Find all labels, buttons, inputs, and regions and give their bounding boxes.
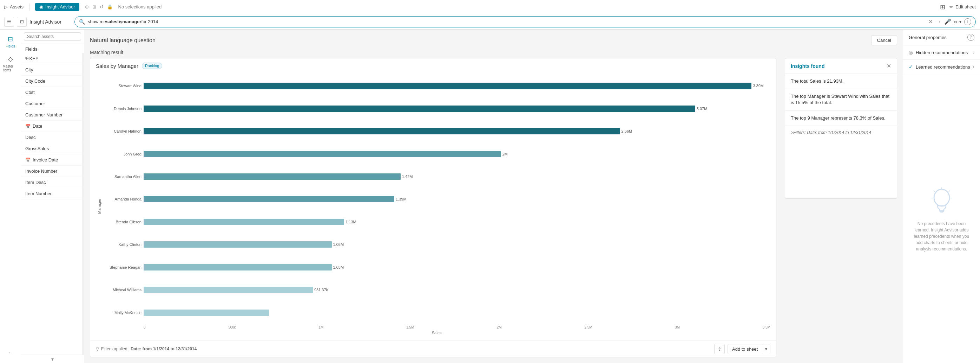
edit-sheet-button[interactable]: ✏ Edit sheet — [950, 4, 976, 10]
search-query-suffix: for 2014 — [142, 19, 158, 24]
sidebar-item-1[interactable]: City — [21, 64, 82, 76]
x-axis-tick-3: 1.5M — [406, 325, 414, 329]
sidebar-item-8[interactable]: GrossSales — [21, 143, 82, 154]
sidebar-item-label-10: Invoice Number — [25, 168, 57, 174]
sidebar-item-11[interactable]: Item Desc — [21, 177, 82, 188]
bar-fill-7 — [143, 241, 332, 248]
matching-result-label: Matching result — [90, 50, 897, 55]
edit-icon: ✏ — [950, 4, 953, 10]
bar-label-5: Amanda Honda — [103, 197, 142, 201]
bar-fill-9 — [143, 287, 313, 293]
sidebar-scrollbar[interactable] — [82, 53, 84, 355]
mic-icon[interactable]: 🎤 — [944, 18, 951, 25]
svg-point-0 — [934, 189, 950, 206]
add-to-sheet-button[interactable]: Add to sheet ▾ — [727, 344, 770, 354]
right-panel-content: No precedents have been learned. Insight… — [903, 74, 980, 363]
bar-chart-inner: Manager Stewart Wind3.39MDennis Johnson3… — [96, 75, 770, 338]
insight-item-3: The top 9 Manager represents 78.3% of Sa… — [785, 111, 897, 126]
clear-search-icon[interactable]: ✕ — [928, 18, 933, 25]
cancel-button[interactable]: Cancel — [871, 35, 897, 45]
bar-row-9: Micheal Williams931.37k — [103, 285, 770, 295]
sidebar-item-10[interactable]: Invoice Number — [21, 166, 82, 177]
bar-row-5: Amanda Honda1.39M — [103, 194, 770, 204]
share-button[interactable]: ⇧ — [714, 344, 725, 354]
content-main: Sales by Manager Ranking Manager Stewart… — [90, 58, 897, 357]
right-panel-info-button[interactable]: ? — [967, 34, 974, 41]
add-to-sheet-label[interactable]: Add to sheet — [728, 344, 762, 354]
sidebar: Fields %KEYCityCity CodeCostCustomerCust… — [21, 30, 84, 363]
sidebar-item-label-9: Invoice Date — [33, 157, 58, 163]
bar-row-8: Stephanie Reagan1.03M — [103, 262, 770, 272]
right-panel-desc: No precedents have been learned. Insight… — [910, 221, 973, 252]
fields-section-title: Fields — [21, 44, 84, 53]
x-axis-label: Sales — [103, 329, 770, 338]
bar-fill-0 — [143, 83, 751, 89]
sidebar-item-7[interactable]: Desc — [21, 132, 82, 143]
sidebar-item-9[interactable]: 📅Invoice Date — [21, 154, 82, 166]
refresh-icon[interactable]: ↺ — [100, 4, 103, 10]
add-to-sheet-arrow-icon[interactable]: ▾ — [762, 345, 770, 353]
filter-info: ▽ Filters applied: Date: from 1/1/2014 t… — [96, 347, 197, 352]
learned-recommendations-item[interactable]: ✓ Learned recommendations › — [903, 60, 980, 74]
sidebar-item-label-12: Item Number — [25, 191, 52, 196]
bar-track-0: 3.39M — [143, 83, 770, 89]
left-panel-master-items[interactable]: ◇ Master items — [2, 53, 20, 75]
select-icon[interactable]: ⊞ — [92, 4, 96, 10]
bar-track-10 — [143, 310, 770, 316]
hidden-recommendations-item[interactable]: ◎ Hidden recommendations › — [903, 45, 980, 60]
insight-item-1: The total Sales is 21.93M. — [785, 74, 897, 89]
insight-advisor-tab[interactable]: ◉ Insight Advisor — [35, 3, 80, 11]
assets-label: Assets — [10, 4, 24, 10]
sidebar-expand-icon[interactable]: ▾ — [51, 356, 54, 362]
svg-line-6 — [934, 191, 935, 192]
bars-area: Stewart Wind3.39MDennis Johnson3.07MCaro… — [103, 75, 770, 324]
insights-header: Insights found ✕ — [785, 58, 897, 74]
no-selections-text: No selections applied — [118, 4, 162, 10]
toggle-nav-button[interactable]: ☰ — [4, 17, 14, 27]
search-actions: ✕ → 🎤 en ▾ i — [928, 18, 971, 25]
insights-close-button[interactable]: ✕ — [886, 62, 891, 69]
left-panel-bottom: ← — [2, 348, 20, 363]
sidebar-item-0[interactable]: %KEY — [21, 53, 82, 64]
insights-panel: Insights found ✕ The total Sales is 21.9… — [785, 58, 897, 199]
left-panel-fields[interactable]: ⊟ Fields — [2, 32, 20, 51]
bar-fill-10 — [143, 310, 269, 316]
bar-value-0: 3.39M — [753, 84, 764, 88]
collapse-icon: ← — [9, 351, 12, 355]
bar-value-7: 1.05M — [333, 242, 344, 246]
grid-icon[interactable]: ⊞ — [940, 3, 945, 11]
collapse-panel-button[interactable]: ← — [2, 348, 20, 357]
filter-icon: ▽ — [96, 347, 99, 352]
search-assets-input[interactable] — [24, 32, 81, 41]
bar-label-7: Kathy Clinton — [103, 242, 142, 246]
ranking-badge: Ranking — [142, 62, 162, 69]
search-magnifier-icon: 🔍 — [79, 19, 85, 25]
y-axis-label: Manager — [96, 75, 103, 338]
insight-filter: >Filters: Date: from 1/1/2014 to 12/31/2… — [785, 126, 897, 139]
search-input[interactable]: show me sales by manager for 2014 — [88, 19, 926, 24]
toggle-view-button[interactable]: ⊡ — [17, 17, 27, 27]
zoom-icon[interactable]: ⊕ — [85, 4, 89, 10]
bar-label-6: Brenda Gibson — [103, 220, 142, 224]
assets-button[interactable]: ▷ Assets — [4, 4, 24, 10]
sidebar-item-3[interactable]: Cost — [21, 87, 82, 98]
right-panel-title: General properties — [909, 35, 947, 40]
right-panel: General properties ? ◎ Hidden recommenda… — [903, 30, 980, 363]
sidebar-item-4[interactable]: Customer — [21, 98, 82, 109]
hidden-rec-icon: ◎ — [909, 50, 913, 55]
top-bar-right: ⊞ ✏ Edit sheet — [940, 3, 976, 11]
sidebar-item-6[interactable]: 📅Date — [21, 121, 82, 132]
sidebar-item-5[interactable]: Customer Number — [21, 109, 82, 121]
sidebar-item-label-4: Customer — [25, 101, 45, 106]
bar-fill-8 — [143, 264, 332, 270]
bar-track-6: 1.13M — [143, 219, 770, 225]
arrow-icon[interactable]: → — [936, 19, 941, 25]
info-button[interactable]: i — [964, 18, 971, 25]
sidebar-item-12[interactable]: Item Number — [21, 188, 82, 200]
search-query-sales: sales — [106, 19, 118, 24]
language-selector[interactable]: en ▾ — [954, 19, 961, 24]
lock-icon[interactable]: 🔒 — [107, 4, 113, 10]
sidebar-item-label-6: Date — [33, 123, 42, 129]
x-axis-tick-6: 3M — [675, 325, 680, 329]
sidebar-item-2[interactable]: City Code — [21, 76, 82, 87]
